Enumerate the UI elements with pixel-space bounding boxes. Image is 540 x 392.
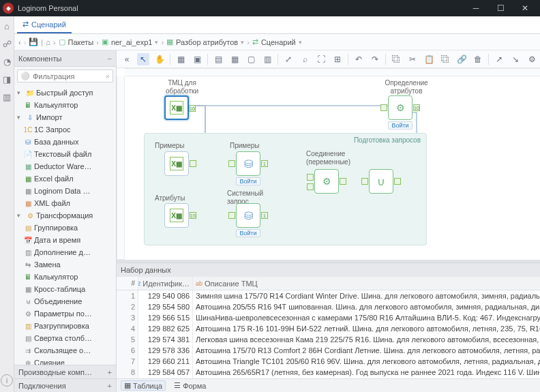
output-port[interactable]: 15 <box>190 212 196 219</box>
tree-replace[interactable]: ⇆Замена <box>14 258 116 271</box>
input-port[interactable] <box>361 178 368 185</box>
graph-icon[interactable]: ☍ <box>0 37 14 50</box>
input-port-2[interactable] <box>307 183 314 190</box>
layout-icon[interactable]: ▥ <box>261 53 273 65</box>
home-bc-icon[interactable]: ⌂ <box>46 38 50 46</box>
table-row[interactable]: 7129 660 211Автошина Triangle TC101 205/… <box>117 356 540 367</box>
chevron-down-icon[interactable]: ▾ <box>155 39 158 46</box>
hand-icon[interactable]: ✋ <box>153 53 166 65</box>
pointer-icon[interactable]: ↖ <box>137 53 149 65</box>
view-table-button[interactable]: ▦Таблица <box>121 380 166 391</box>
tree-collapse-cols[interactable]: ▤Свертка столб… <box>14 332 116 344</box>
node-attrs2[interactable]: X▦15 <box>164 203 189 228</box>
tree-loginom-data[interactable]: ▦Loginom Data … <box>14 185 116 197</box>
export-icon[interactable]: ↗ <box>493 53 505 65</box>
tree-transform[interactable]: ▾⚙Трансформация <box>14 209 116 222</box>
col-index[interactable]: # <box>117 277 138 290</box>
undo-icon[interactable]: ↶ <box>352 53 365 65</box>
tab-scenario[interactable]: ⇄ Сценарий <box>17 16 72 33</box>
view-icon[interactable]: ◔ <box>0 55 14 68</box>
chart-icon[interactable]: ◨ <box>0 72 14 86</box>
tree-1c[interactable]: 1С1С Запрос <box>14 123 116 136</box>
filter-input[interactable]: ⚪ × <box>17 70 113 82</box>
tree-ungroup[interactable]: ▥Разгруппировка <box>14 320 116 332</box>
tree-group[interactable]: ▤Группировка <box>14 222 116 234</box>
output-port[interactable] <box>190 160 196 167</box>
duplicate-icon[interactable]: ⿻ <box>439 53 451 65</box>
table-row[interactable]: 1129 540 086Зимняя шина 175/70 R14 Cordi… <box>117 290 540 301</box>
table-row[interactable]: 8129 584 057Автошина 265/65R17 (летняя, … <box>117 367 540 378</box>
cut-icon[interactable]: ✂ <box>406 53 419 65</box>
bc-scenario[interactable]: Сценарий <box>261 38 296 46</box>
table-row[interactable]: 5129 574 381Легковая шина всесезонная Ка… <box>117 334 540 345</box>
node-tmc[interactable]: X▦10 <box>164 95 189 120</box>
input-port[interactable] <box>380 104 387 111</box>
view-form-button[interactable]: ☰Форма <box>171 381 209 390</box>
delete-icon[interactable]: 🗑 <box>472 53 484 65</box>
tree-calc[interactable]: 🖩Калькулятор <box>14 99 116 111</box>
more-icon[interactable]: ⊞ <box>331 53 344 65</box>
col-id[interactable]: 12Идентифик… <box>138 277 193 290</box>
back-icon[interactable]: ‹ <box>18 38 21 46</box>
copy-icon[interactable]: ⿻ <box>390 53 402 65</box>
output-port[interactable]: 1 <box>261 160 268 167</box>
enter-link[interactable]: Войти <box>236 177 260 185</box>
tree-import[interactable]: ▾⇩Импорт <box>14 111 116 123</box>
enter-link[interactable]: Войти <box>236 229 260 237</box>
tree-calc2[interactable]: 🖩Калькулятор <box>14 271 116 283</box>
connections-header[interactable]: Подключения + <box>14 378 116 392</box>
enter-link[interactable]: Войти <box>388 121 412 130</box>
table-row[interactable]: 3129 566 515ШинаНива-шевролевсесезонная … <box>117 312 540 323</box>
tree-cross[interactable]: ▦Кросс-таблица <box>14 283 116 295</box>
input-port[interactable] <box>307 174 314 181</box>
clear-icon[interactable]: × <box>106 72 110 80</box>
derived-components-header[interactable]: Производные комп… + <box>14 365 116 378</box>
tree-sliding[interactable]: ⇉Скользящее о… <box>14 344 116 357</box>
component-icon[interactable]: ▣ <box>191 53 203 65</box>
paste-icon[interactable]: 📋 <box>423 53 435 65</box>
snap-icon[interactable]: ▢ <box>245 53 257 65</box>
tree-deductor[interactable]: ▦Deductor Ware… <box>14 160 116 172</box>
expand-icon[interactable]: + <box>108 382 112 390</box>
home-icon[interactable]: ⌂ <box>0 19 14 33</box>
fullscreen-icon[interactable]: ⛶ <box>315 53 327 65</box>
filter-field[interactable] <box>33 72 103 80</box>
zoom-fit-icon[interactable]: ⤢ <box>282 53 295 65</box>
output-port[interactable]: 10 <box>189 105 196 112</box>
node-examples1[interactable]: X▦ <box>164 151 189 176</box>
tree-union[interactable]: ⊎Объединение <box>14 295 116 307</box>
expand-all-icon[interactable]: « <box>121 53 133 65</box>
settings-icon[interactable]: ⚙ <box>526 53 538 65</box>
maximize-button[interactable]: ☐ <box>488 0 513 16</box>
fwd-icon[interactable]: › <box>24 38 27 46</box>
table-row[interactable]: 4129 882 625Автошина 175 R-16 101-99Н БИ… <box>117 323 540 334</box>
tree-date[interactable]: 📅Дата и время <box>14 234 116 246</box>
link-icon[interactable]: 🔗 <box>455 53 468 65</box>
grid-icon[interactable]: ▦ <box>228 53 241 65</box>
col-desc[interactable]: abОписание ТМЦ <box>193 277 540 290</box>
data-grid[interactable]: # 12Идентифик… abОписание ТМЦ 1129 540 0… <box>117 277 540 378</box>
tree-xml[interactable]: ▦XML файл <box>14 197 116 209</box>
output-port[interactable] <box>394 178 401 185</box>
zoom-icon[interactable]: ⌕ <box>299 53 311 65</box>
tree-params[interactable]: ⚙Параметры по… <box>14 307 116 320</box>
tree-append[interactable]: ▥Дополнение д… <box>14 246 116 258</box>
input-port[interactable] <box>228 160 235 167</box>
tree-excel[interactable]: ▦Excel файл <box>14 172 116 185</box>
expand-icon[interactable]: + <box>108 368 112 376</box>
tree-txt[interactable]: 📄Текстовый файл <box>14 148 116 160</box>
save-icon[interactable]: 💾 <box>29 37 38 46</box>
bc-project[interactable]: ner_ai_exp1 <box>111 38 153 46</box>
node-join[interactable]: ⚙ <box>314 169 339 194</box>
workflow-canvas[interactable]: ТМЦ дляобработки X▦10 Определениеатрибут… <box>117 68 540 260</box>
select-all-icon[interactable]: ▦ <box>175 53 187 65</box>
table-row[interactable]: 6129 578 336Автошина 175/70 R13 Comfort … <box>117 345 540 356</box>
chevron-down-icon[interactable]: ▾ <box>299 39 302 46</box>
align-icon[interactable]: ▤ <box>212 53 224 65</box>
collapse-icon[interactable]: − <box>108 55 112 63</box>
node-attr-def[interactable]: ⚙10 Войти <box>388 95 412 130</box>
import-icon[interactable]: ↘ <box>509 53 522 65</box>
tree-db[interactable]: ⛁База данных <box>14 136 116 148</box>
tree-quick-access[interactable]: ▾📁Быстрый доступ <box>14 87 116 99</box>
info-icon[interactable]: i <box>1 374 13 387</box>
